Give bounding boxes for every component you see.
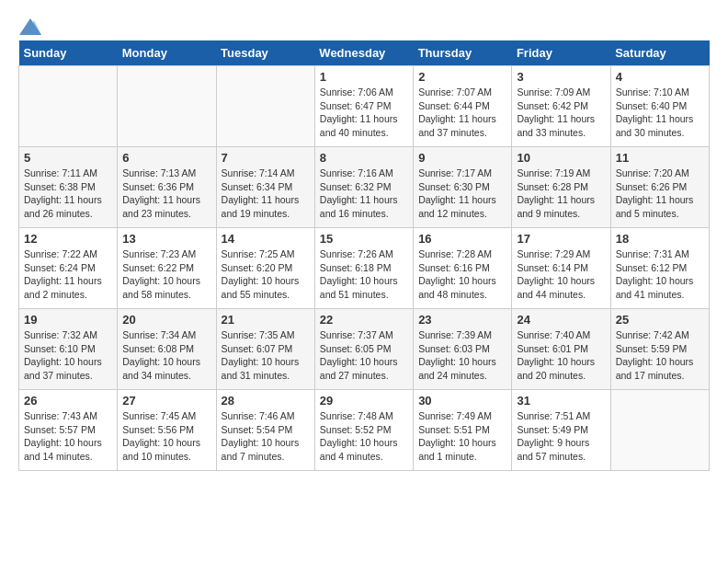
day-cell: 20Sunrise: 7:34 AM Sunset: 6:08 PM Dayli… xyxy=(118,309,216,390)
col-header-sunday: Sunday xyxy=(19,40,118,66)
day-cell: 31Sunrise: 7:51 AM Sunset: 5:49 PM Dayli… xyxy=(512,390,610,471)
day-cell: 28Sunrise: 7:46 AM Sunset: 5:54 PM Dayli… xyxy=(216,390,314,471)
day-info: Sunrise: 7:20 AM Sunset: 6:26 PM Dayligh… xyxy=(616,167,704,221)
week-row-3: 12Sunrise: 7:22 AM Sunset: 6:24 PM Dayli… xyxy=(19,228,710,309)
day-info: Sunrise: 7:35 AM Sunset: 6:07 PM Dayligh… xyxy=(222,328,310,383)
day-number: 30 xyxy=(418,394,506,408)
day-cell: 23Sunrise: 7:39 AM Sunset: 6:03 PM Dayli… xyxy=(414,309,512,390)
day-info: Sunrise: 7:43 AM Sunset: 5:57 PM Dayligh… xyxy=(24,409,112,464)
day-cell: 15Sunrise: 7:26 AM Sunset: 6:18 PM Dayli… xyxy=(314,228,413,309)
day-info: Sunrise: 7:09 AM Sunset: 6:42 PM Dayligh… xyxy=(517,86,605,140)
day-number: 6 xyxy=(122,151,210,165)
day-number: 20 xyxy=(122,313,210,327)
day-number: 8 xyxy=(320,151,408,165)
day-number: 5 xyxy=(24,151,112,165)
day-cell: 5Sunrise: 7:11 AM Sunset: 6:38 PM Daylig… xyxy=(19,147,118,228)
day-cell: 13Sunrise: 7:23 AM Sunset: 6:22 PM Dayli… xyxy=(118,228,216,309)
day-number: 7 xyxy=(222,151,310,165)
day-number: 27 xyxy=(122,394,210,408)
day-number: 9 xyxy=(418,151,506,165)
day-cell: 1Sunrise: 7:06 AM Sunset: 6:47 PM Daylig… xyxy=(314,66,413,147)
day-number: 26 xyxy=(24,394,112,408)
day-info: Sunrise: 7:19 AM Sunset: 6:28 PM Dayligh… xyxy=(517,167,605,221)
day-info: Sunrise: 7:31 AM Sunset: 6:12 PM Dayligh… xyxy=(616,247,704,302)
day-number: 23 xyxy=(418,313,506,327)
day-info: Sunrise: 7:23 AM Sunset: 6:22 PM Dayligh… xyxy=(122,247,210,302)
day-info: Sunrise: 7:29 AM Sunset: 6:14 PM Dayligh… xyxy=(517,247,605,302)
day-cell xyxy=(610,390,709,471)
day-number: 1 xyxy=(320,70,408,84)
day-info: Sunrise: 7:28 AM Sunset: 6:16 PM Dayligh… xyxy=(418,247,506,302)
day-number: 28 xyxy=(222,394,310,408)
logo-icon xyxy=(19,18,41,35)
day-cell: 3Sunrise: 7:09 AM Sunset: 6:42 PM Daylig… xyxy=(512,66,610,147)
day-number: 16 xyxy=(418,232,506,246)
day-cell: 9Sunrise: 7:17 AM Sunset: 6:30 PM Daylig… xyxy=(414,147,512,228)
day-cell: 11Sunrise: 7:20 AM Sunset: 6:26 PM Dayli… xyxy=(610,147,709,228)
day-number: 31 xyxy=(517,394,605,408)
day-info: Sunrise: 7:49 AM Sunset: 5:51 PM Dayligh… xyxy=(418,409,506,464)
day-cell: 14Sunrise: 7:25 AM Sunset: 6:20 PM Dayli… xyxy=(216,228,314,309)
day-cell: 6Sunrise: 7:13 AM Sunset: 6:36 PM Daylig… xyxy=(118,147,216,228)
day-info: Sunrise: 7:14 AM Sunset: 6:34 PM Dayligh… xyxy=(222,167,310,221)
day-info: Sunrise: 7:51 AM Sunset: 5:49 PM Dayligh… xyxy=(517,409,605,464)
day-cell: 25Sunrise: 7:42 AM Sunset: 5:59 PM Dayli… xyxy=(610,309,709,390)
col-header-wednesday: Wednesday xyxy=(314,40,413,66)
day-number: 17 xyxy=(517,232,605,246)
day-info: Sunrise: 7:17 AM Sunset: 6:30 PM Dayligh… xyxy=(418,167,506,221)
col-header-monday: Monday xyxy=(118,40,216,66)
day-cell: 19Sunrise: 7:32 AM Sunset: 6:10 PM Dayli… xyxy=(19,309,118,390)
day-info: Sunrise: 7:40 AM Sunset: 6:01 PM Dayligh… xyxy=(517,328,605,383)
day-number: 2 xyxy=(418,70,506,84)
day-cell: 7Sunrise: 7:14 AM Sunset: 6:34 PM Daylig… xyxy=(216,147,314,228)
page-header xyxy=(18,18,710,31)
day-number: 12 xyxy=(24,232,112,246)
day-number: 4 xyxy=(616,70,704,84)
day-cell xyxy=(118,66,216,147)
day-info: Sunrise: 7:37 AM Sunset: 6:05 PM Dayligh… xyxy=(320,328,408,383)
day-info: Sunrise: 7:25 AM Sunset: 6:20 PM Dayligh… xyxy=(222,247,310,302)
day-number: 11 xyxy=(616,151,704,165)
header-row: SundayMondayTuesdayWednesdayThursdayFrid… xyxy=(19,40,710,66)
day-info: Sunrise: 7:06 AM Sunset: 6:47 PM Dayligh… xyxy=(320,86,408,140)
week-row-5: 26Sunrise: 7:43 AM Sunset: 5:57 PM Dayli… xyxy=(19,390,710,471)
day-cell: 30Sunrise: 7:49 AM Sunset: 5:51 PM Dayli… xyxy=(414,390,512,471)
day-cell xyxy=(19,66,118,147)
calendar-table: SundayMondayTuesdayWednesdayThursdayFrid… xyxy=(18,40,710,471)
day-number: 21 xyxy=(222,313,310,327)
day-cell: 22Sunrise: 7:37 AM Sunset: 6:05 PM Dayli… xyxy=(314,309,413,390)
day-info: Sunrise: 7:26 AM Sunset: 6:18 PM Dayligh… xyxy=(320,247,408,302)
day-info: Sunrise: 7:42 AM Sunset: 5:59 PM Dayligh… xyxy=(616,328,704,383)
day-info: Sunrise: 7:39 AM Sunset: 6:03 PM Dayligh… xyxy=(418,328,506,383)
day-number: 13 xyxy=(122,232,210,246)
day-info: Sunrise: 7:11 AM Sunset: 6:38 PM Dayligh… xyxy=(24,167,112,221)
day-number: 29 xyxy=(320,394,408,408)
day-number: 22 xyxy=(320,313,408,327)
day-cell: 29Sunrise: 7:48 AM Sunset: 5:52 PM Dayli… xyxy=(314,390,413,471)
day-cell: 27Sunrise: 7:45 AM Sunset: 5:56 PM Dayli… xyxy=(118,390,216,471)
day-cell: 2Sunrise: 7:07 AM Sunset: 6:44 PM Daylig… xyxy=(414,66,512,147)
day-number: 14 xyxy=(222,232,310,246)
day-cell: 26Sunrise: 7:43 AM Sunset: 5:57 PM Dayli… xyxy=(19,390,118,471)
day-info: Sunrise: 7:22 AM Sunset: 6:24 PM Dayligh… xyxy=(24,247,112,302)
day-cell: 16Sunrise: 7:28 AM Sunset: 6:16 PM Dayli… xyxy=(414,228,512,309)
day-info: Sunrise: 7:34 AM Sunset: 6:08 PM Dayligh… xyxy=(122,328,210,383)
col-header-friday: Friday xyxy=(512,40,610,66)
day-info: Sunrise: 7:32 AM Sunset: 6:10 PM Dayligh… xyxy=(24,328,112,383)
day-number: 3 xyxy=(517,70,605,84)
day-cell: 24Sunrise: 7:40 AM Sunset: 6:01 PM Dayli… xyxy=(512,309,610,390)
day-cell xyxy=(216,66,314,147)
day-cell: 12Sunrise: 7:22 AM Sunset: 6:24 PM Dayli… xyxy=(19,228,118,309)
logo xyxy=(18,18,42,31)
week-row-1: 1Sunrise: 7:06 AM Sunset: 6:47 PM Daylig… xyxy=(19,66,710,147)
col-header-tuesday: Tuesday xyxy=(216,40,314,66)
day-number: 19 xyxy=(24,313,112,327)
day-info: Sunrise: 7:16 AM Sunset: 6:32 PM Dayligh… xyxy=(320,167,408,221)
day-info: Sunrise: 7:46 AM Sunset: 5:54 PM Dayligh… xyxy=(222,409,310,464)
day-info: Sunrise: 7:07 AM Sunset: 6:44 PM Dayligh… xyxy=(418,86,506,140)
day-cell: 18Sunrise: 7:31 AM Sunset: 6:12 PM Dayli… xyxy=(610,228,709,309)
day-cell: 21Sunrise: 7:35 AM Sunset: 6:07 PM Dayli… xyxy=(216,309,314,390)
day-info: Sunrise: 7:45 AM Sunset: 5:56 PM Dayligh… xyxy=(122,409,210,464)
day-number: 18 xyxy=(616,232,704,246)
day-number: 25 xyxy=(616,313,704,327)
